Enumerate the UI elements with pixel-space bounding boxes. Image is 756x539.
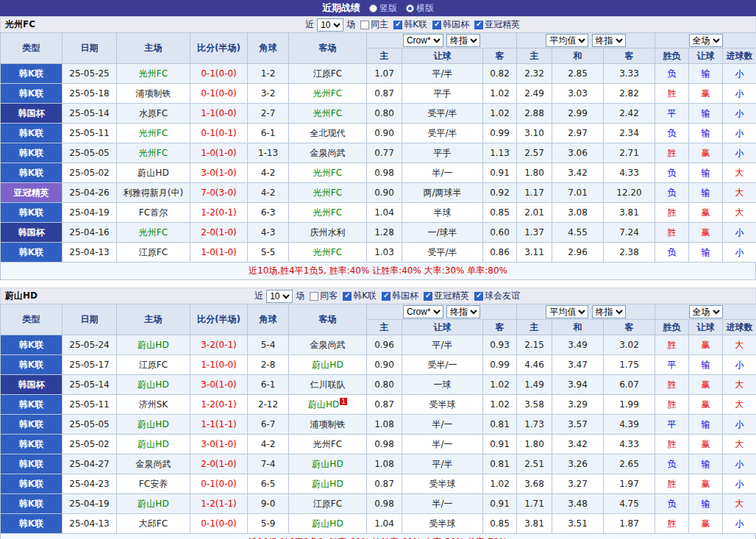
cell-home-team[interactable]: 利雅得新月(中) [117, 183, 190, 203]
match-row: 韩K联25-05-02蔚山HD3-0(1-0)4-2光州FC0.98半/一0.9… [1, 435, 756, 454]
cell-home-team[interactable]: 光州FC [117, 143, 190, 163]
match-count-select[interactable]: 10 [266, 290, 293, 303]
cell-away-team[interactable]: 金泉尚武 [289, 335, 367, 355]
cell-away-team[interactable]: 光州FC [289, 203, 367, 223]
cell-away-team[interactable]: 全北现代 [289, 124, 367, 143]
match-count-select[interactable]: 10 [317, 18, 343, 32]
cell-away-team[interactable]: 浦项制铁 [289, 415, 367, 435]
filter-league-club-friendly[interactable]: 球会友谊 [474, 290, 520, 302]
cell-home-team[interactable]: 金泉尚武 [117, 454, 190, 474]
cell-corners: 5-5 [248, 243, 289, 263]
same-venue-checkbox[interactable] [310, 292, 318, 301]
cell-away-team[interactable]: 蔚山HD1 [289, 395, 367, 415]
filter-league-kleague[interactable]: 韩K联 [343, 290, 377, 302]
cell-home-team[interactable]: FC首尔 [117, 203, 190, 223]
vertical-radio[interactable] [369, 4, 377, 13]
col-handicap: 让球 [402, 49, 483, 64]
cell-away-team[interactable]: 江原FC [289, 494, 367, 514]
filter-same-venue[interactable]: 同客 [310, 290, 338, 302]
filter-league-korean-cup[interactable]: 韩国杯 [432, 18, 469, 31]
cell-away-team[interactable]: 光州FC [289, 104, 367, 124]
layout-vertical-option[interactable]: 竖版 [369, 2, 397, 15]
kleague-checkbox[interactable] [343, 292, 352, 301]
cell-avg-home: 1.80 [517, 163, 552, 183]
cell-result: 负 [655, 163, 689, 183]
cell-away-team[interactable]: 光州FC [289, 243, 367, 263]
cell-away-team[interactable]: 光州FC [289, 435, 367, 454]
cell-handicap-result: 赢 [689, 395, 723, 415]
cell-league: 韩K联 [1, 243, 63, 263]
cell-home-team[interactable]: 蔚山HD [117, 335, 190, 355]
filter-same-venue[interactable]: 同主 [360, 18, 388, 31]
cell-score: 1-2(0-1) [190, 203, 248, 223]
cell-home-team[interactable]: 江原FC [117, 355, 190, 375]
cell-home-team[interactable]: 蔚山HD [117, 435, 190, 454]
cell-home-team[interactable]: 江原FC [117, 243, 190, 263]
layout-horizontal-option[interactable]: 横版 [406, 2, 434, 15]
bookmaker-select[interactable]: Crow* [403, 34, 443, 47]
cell-away-team[interactable]: 仁川联队 [289, 375, 367, 395]
acl-elite-checkbox[interactable] [424, 292, 432, 301]
cell-home-team[interactable]: 光州FC [117, 124, 190, 143]
filter-league-acl-elite[interactable]: 亚冠精英 [474, 18, 520, 31]
cell-odds-away: 0.85 [483, 203, 517, 223]
average-select[interactable]: 平均值 [546, 34, 588, 47]
kleague-checkbox[interactable] [393, 21, 402, 29]
cell-avg-away: 1.75 [604, 355, 655, 375]
cell-handicap-result: 赢 [689, 143, 723, 163]
cell-away-team[interactable]: 金泉尚武 [289, 143, 367, 163]
same-venue-checkbox[interactable] [360, 21, 369, 29]
cell-away-team[interactable]: 江原FC [289, 64, 367, 84]
average-select[interactable]: 平均值 [546, 305, 588, 318]
cell-date: 25-05-11 [63, 124, 117, 143]
filter-league-acl-elite[interactable]: 亚冠精英 [424, 290, 469, 302]
cell-away-team[interactable]: 光州FC [289, 84, 367, 104]
match-scope-select[interactable]: 全场 [689, 305, 723, 318]
cell-handicap: 受平/半 [402, 104, 483, 124]
cell-home-team[interactable]: 大邱FC [117, 514, 190, 534]
cell-away-team[interactable]: 蔚山HD [289, 474, 367, 494]
cell-home-team[interactable]: 济州SK [117, 395, 190, 415]
cell-odds-away: 0.92 [483, 183, 517, 203]
bookmaker-select[interactable]: Crow* [403, 305, 443, 318]
acl-elite-checkbox[interactable] [474, 21, 483, 29]
horizontal-radio[interactable] [406, 4, 414, 13]
cell-away-team[interactable]: 蔚山HD [289, 454, 367, 474]
filter-league-kleague[interactable]: 韩K联 [393, 18, 427, 31]
cell-home-team[interactable]: 光州FC [117, 64, 190, 84]
cell-home-team[interactable]: 水原FC [117, 104, 190, 124]
cell-odds-away: 0.81 [483, 454, 517, 474]
cell-handicap: 平/半 [402, 454, 483, 474]
cell-home-team[interactable]: 蔚山HD [117, 494, 190, 514]
col-date: 日期 [63, 304, 117, 335]
cell-result: 平 [655, 104, 689, 124]
korean-cup-checkbox[interactable] [432, 21, 441, 29]
cell-odds-home: 1.04 [367, 203, 402, 223]
cell-odds-home: 1.04 [367, 514, 402, 534]
cell-away-team[interactable]: 光州FC [289, 183, 367, 203]
odds-time-select[interactable]: 终指 [446, 34, 480, 47]
cell-home-team[interactable]: 蔚山HD [117, 375, 190, 395]
cell-avg-home: 3.58 [517, 395, 552, 415]
cell-home-team[interactable]: 光州FC [117, 223, 190, 243]
average-time-select[interactable]: 终指 [592, 305, 626, 318]
cell-home-team[interactable]: FC安养 [117, 474, 190, 494]
cell-avg-draw: 3.51 [552, 514, 604, 534]
match-scope-select[interactable]: 全场 [689, 34, 723, 47]
cell-away-team[interactable]: 蔚山HD [289, 514, 367, 534]
cell-handicap-result: 输 [689, 163, 723, 183]
cell-away-team[interactable]: 庆州水利 [289, 223, 367, 243]
cell-home-team[interactable]: 蔚山HD [117, 415, 190, 435]
average-time-select[interactable]: 终指 [592, 34, 626, 47]
filter-league-korean-cup[interactable]: 韩国杯 [382, 290, 418, 302]
cell-home-team[interactable]: 蔚山HD [117, 163, 190, 183]
cell-away-team[interactable]: 光州FC [289, 163, 367, 183]
match-row: 韩国杯25-05-14水原FC1-1(0-0)2-7光州FC0.80受平/半1.… [1, 104, 756, 124]
cell-home-team[interactable]: 浦项制铁 [117, 84, 190, 104]
odds-time-select[interactable]: 终指 [446, 305, 480, 318]
korean-cup-checkbox[interactable] [382, 292, 391, 301]
cell-away-team[interactable]: 蔚山HD [289, 355, 367, 375]
cell-goals-result: 小 [723, 474, 756, 494]
club-friendly-checkbox[interactable] [474, 292, 483, 301]
cell-avg-away: 3.02 [604, 335, 655, 355]
